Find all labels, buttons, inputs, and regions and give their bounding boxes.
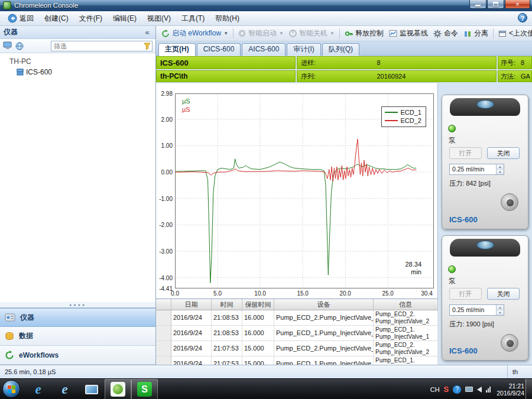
menu-create[interactable]: 创建(C) bbox=[39, 12, 74, 25]
pump-knob-icon bbox=[501, 334, 518, 352]
pump-off-button[interactable]: 关闭 bbox=[487, 147, 520, 159]
database-icon bbox=[5, 332, 14, 340]
help-icon[interactable]: ? bbox=[518, 13, 527, 22]
tray-help-icon[interactable]: ? bbox=[453, 385, 461, 394]
tab-cics600[interactable]: CICS-600 bbox=[197, 43, 241, 56]
column-header[interactable]: 信息 bbox=[374, 299, 438, 310]
device-model-link[interactable]: ICS-600 bbox=[449, 346, 478, 355]
pump-on-button[interactable]: 打开 bbox=[449, 147, 482, 159]
instrument-sidebar: 仪器 « TH-PC bbox=[0, 26, 156, 365]
column-header[interactable]: 时间 bbox=[212, 299, 242, 310]
title-bar: Chromeleon Console × bbox=[0, 0, 532, 11]
smart-startup-button[interactable]: 智能启动▼ bbox=[236, 27, 286, 40]
filter-input[interactable] bbox=[51, 41, 144, 50]
taskbar-browser-icon[interactable]: e bbox=[51, 379, 78, 399]
device-model-link[interactable]: ICS-600 bbox=[449, 215, 478, 224]
sequence-number-value: 8 bbox=[521, 59, 524, 66]
monitor-baseline-button[interactable]: 监视基线 bbox=[387, 27, 430, 40]
flow-rate-stepper[interactable]: 0.25 ml/min ▲▼ bbox=[449, 164, 504, 175]
start-eworkflow-button[interactable]: 启动 eWorkflow▼ bbox=[159, 27, 231, 40]
last-used-button[interactable]: <上次使用>▼ bbox=[496, 27, 532, 40]
taskbar-clock[interactable]: 21:21 2016/9/24 bbox=[497, 382, 524, 397]
tray-volume-icon[interactable] bbox=[477, 387, 482, 392]
tab-aics600[interactable]: AICS-600 bbox=[242, 43, 286, 56]
table-cell: 16.000 bbox=[242, 310, 274, 326]
menu-back[interactable]: 返回 bbox=[2, 12, 39, 25]
column-header[interactable]: 日期 bbox=[171, 299, 212, 310]
tray-network-icon[interactable] bbox=[486, 386, 491, 392]
tab-queue[interactable]: 队列(Q) bbox=[322, 43, 359, 56]
tab-home[interactable]: 主页(H) bbox=[158, 43, 196, 56]
y-unit-ecd1: µS bbox=[182, 98, 190, 105]
pump-off-button[interactable]: 关闭 bbox=[487, 288, 520, 300]
table-row[interactable]: 2016/9/2421:08:5316.000Pump_ECD_2.Pump_I… bbox=[156, 310, 438, 326]
sidebar-item-data[interactable]: 数据 bbox=[0, 327, 155, 346]
tray-monitor-icon[interactable] bbox=[465, 387, 473, 392]
column-header[interactable]: 保留时间 bbox=[242, 299, 274, 310]
show-desktop-button[interactable] bbox=[525, 379, 532, 399]
table-cell: Pump_ECD_2.Pump_InjectValve_2 bbox=[274, 310, 374, 326]
table-cell: Pump_ECD_1.Pump_InjectValve_1 bbox=[274, 356, 374, 365]
status-led bbox=[448, 265, 456, 273]
tree-node-root[interactable]: TH-PC bbox=[0, 56, 155, 67]
funnel-icon[interactable] bbox=[144, 43, 152, 50]
menu-edit[interactable]: 编辑(E) bbox=[108, 12, 142, 25]
sidebar-item-eworkflows[interactable]: eWorkflows bbox=[0, 346, 155, 365]
menu-help[interactable]: 帮助(H) bbox=[210, 12, 245, 25]
pump-card-1: 泵 打开 关闭 0.25 ml/min ▲▼ 压力: 842 [psi] ICS… bbox=[442, 95, 528, 229]
table-row[interactable]: 2016/9/2421:07:5315.000Pump_ECD_1.Pump_I… bbox=[156, 356, 438, 365]
taskbar-chromeleon-icon[interactable] bbox=[105, 379, 131, 399]
monitor-view-icon[interactable] bbox=[3, 41, 12, 50]
table-cell: Pump_ECD_1.Pump_InjectValve_1 bbox=[274, 326, 374, 341]
taskbar-s-app-icon[interactable]: S bbox=[131, 379, 158, 399]
maximize-button[interactable] bbox=[487, 0, 504, 9]
start-button[interactable] bbox=[2, 380, 20, 398]
menu-tools[interactable]: 工具(T) bbox=[176, 12, 210, 25]
flow-rate-stepper[interactable]: 0.25 ml/min ▲▼ bbox=[449, 304, 504, 316]
app-icon bbox=[3, 1, 11, 9]
taskbar-window-icon[interactable] bbox=[78, 379, 105, 399]
chromatogram-plot[interactable]: ECD_1 ECD_2 bbox=[175, 93, 434, 288]
column-header[interactable]: 设备 bbox=[274, 299, 374, 310]
sidebar-toolbar bbox=[0, 39, 155, 53]
tab-audit[interactable]: 审计(I) bbox=[287, 43, 320, 56]
stepper-arrows[interactable]: ▲▼ bbox=[496, 305, 504, 315]
command-button[interactable]: 命令 bbox=[431, 27, 460, 40]
y-tick-label: 2.98 bbox=[156, 90, 173, 97]
column-header[interactable] bbox=[156, 299, 171, 310]
table-row[interactable]: 2016/9/2421:07:5315.000Pump_ECD_2.Pump_I… bbox=[156, 341, 438, 356]
tree-node-instrument[interactable]: ICS-600 bbox=[0, 67, 155, 77]
injection-value: 8 bbox=[377, 59, 380, 66]
release-control-button[interactable]: 释放控制 bbox=[342, 27, 386, 40]
y-tick-label: 0.00 bbox=[156, 169, 173, 176]
partition-button[interactable]: 分离 bbox=[461, 27, 491, 40]
globe-icon[interactable] bbox=[15, 42, 24, 50]
smart-shutdown-button[interactable]: 智能关机▼ bbox=[287, 27, 337, 40]
table-cell: 15.000 bbox=[242, 341, 274, 356]
chevron-down-icon: ▼ bbox=[223, 31, 228, 36]
main-panel: 启动 eWorkflow▼ 智能启动▼ 智能关机▼ 释放控制 bbox=[156, 26, 532, 365]
chart-legend: ECD_1 ECD_2 bbox=[381, 106, 426, 127]
legend-line-ecd2 bbox=[385, 120, 398, 121]
pump-valve-icon bbox=[476, 100, 494, 109]
taskbar-ie-icon[interactable]: e bbox=[25, 379, 51, 399]
menu-file[interactable]: 文件(F) bbox=[74, 12, 108, 25]
x-tick-label: 30.4 bbox=[417, 290, 437, 297]
tray-s-icon[interactable]: S bbox=[444, 385, 449, 394]
method-value: GA bbox=[521, 73, 530, 80]
tree-child-label: ICS-600 bbox=[26, 68, 52, 76]
sidebar-splitter[interactable]: ●●●● bbox=[0, 302, 155, 307]
collapse-icon[interactable]: « bbox=[142, 28, 152, 37]
table-cell bbox=[156, 341, 171, 356]
menu-view[interactable]: 视图(V) bbox=[142, 12, 176, 25]
language-indicator[interactable]: CH bbox=[430, 386, 440, 393]
stepper-arrows[interactable]: ▲▼ bbox=[496, 164, 504, 174]
table-row[interactable]: 2016/9/2421:08:5316.000Pump_ECD_1.Pump_I… bbox=[156, 326, 438, 341]
minimize-button[interactable] bbox=[469, 0, 486, 9]
pump-on-button[interactable]: 打开 bbox=[449, 288, 482, 300]
sidebar-item-instruments[interactable]: 仪器 bbox=[0, 308, 155, 327]
release-control-icon bbox=[345, 30, 353, 38]
sidebar-item-label: 数据 bbox=[19, 331, 33, 341]
x-tick-label: 0.0 bbox=[165, 290, 185, 297]
close-button[interactable]: × bbox=[505, 0, 530, 9]
